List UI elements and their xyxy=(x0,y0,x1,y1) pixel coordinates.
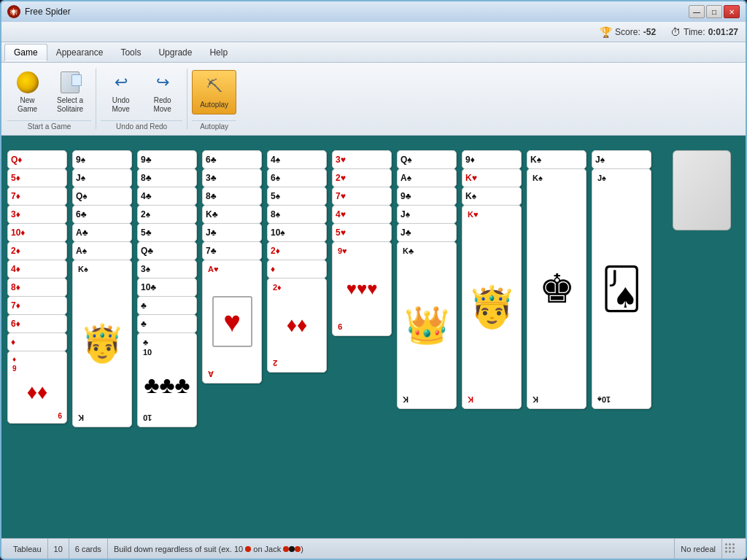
card[interactable]: 8♣ xyxy=(202,187,262,206)
menu-upgrade[interactable]: Upgrade xyxy=(150,44,201,61)
card-king-clubs[interactable]: K♣ 👑 K xyxy=(397,241,457,409)
card[interactable]: 10♦ xyxy=(7,223,67,242)
app-icon: 🕷 xyxy=(7,5,20,18)
card[interactable]: 9♣ xyxy=(137,150,197,169)
card[interactable]: 2♦ xyxy=(7,241,67,260)
card[interactable]: Q♠ xyxy=(72,187,132,206)
card[interactable]: 2♥ xyxy=(332,168,392,187)
card[interactable]: 5♣ xyxy=(137,223,197,242)
card-diamonds[interactable]: 2♦ ♦♦ 2 xyxy=(267,278,327,373)
card[interactable]: 8♦ xyxy=(7,278,67,297)
card[interactable]: 5♠ xyxy=(267,187,327,206)
card[interactable]: 4♣ xyxy=(137,187,197,206)
card[interactable]: Q♣ xyxy=(137,241,197,260)
card-ace-heart[interactable]: A♥ ♥ A xyxy=(202,260,262,384)
minimize-button[interactable]: — xyxy=(689,5,705,18)
autoplay-button[interactable]: ⛏ Autoplay xyxy=(192,70,236,114)
redo-move-button[interactable]: ↪ RedoMove xyxy=(142,66,182,119)
card-face[interactable]: ♦9 ♦♦ 9 xyxy=(7,351,67,424)
card[interactable]: 7♦ xyxy=(7,187,67,206)
column-10: J♠ J♠ 🂫 10♠ xyxy=(592,150,654,538)
card[interactable]: 3♥ xyxy=(332,150,392,169)
card[interactable]: 4♠ xyxy=(267,150,327,169)
card[interactable]: ♣ xyxy=(137,296,197,315)
card[interactable]: ♣ xyxy=(137,314,197,333)
toolbar-group-undo-label: Undo and Redo xyxy=(101,120,182,132)
undo-move-button[interactable]: ↩ UndoMove xyxy=(101,66,141,119)
card[interactable]: A♠ xyxy=(397,168,457,187)
card[interactable]: K♥ xyxy=(462,168,522,187)
card[interactable]: J♠ xyxy=(72,168,132,187)
card[interactable]: Q♠ xyxy=(397,150,457,169)
menu-appearance[interactable]: Appearance xyxy=(47,44,112,61)
card[interactable]: K♠ xyxy=(527,150,587,169)
titlebar: 🕷 Free Spider — □ ✕ xyxy=(1,1,746,22)
new-game-label: NewGame xyxy=(18,96,37,114)
toolbar-group-start-label: Start a Game xyxy=(7,120,91,132)
card[interactable]: 5♥ xyxy=(332,223,392,242)
card[interactable]: 3♦ xyxy=(7,205,67,224)
column-8: 9♦ K♥ K♠ K♥ 🤴 K xyxy=(462,150,524,538)
card[interactable]: 7♦ xyxy=(7,296,67,315)
card[interactable]: 9♦ xyxy=(462,150,522,169)
card[interactable]: 6♦ xyxy=(7,314,67,333)
card[interactable]: 9♣ xyxy=(397,187,457,206)
card[interactable]: 5♦ xyxy=(7,168,67,187)
card[interactable]: 9♠ xyxy=(72,150,132,169)
status-redeal: No redeal xyxy=(675,539,722,559)
window-controls: — □ ✕ xyxy=(689,5,740,18)
card[interactable]: 7♥ xyxy=(332,187,392,206)
card[interactable]: 10♣ xyxy=(137,278,197,297)
menu-help[interactable]: Help xyxy=(201,44,236,61)
menu-game[interactable]: Game xyxy=(4,44,47,61)
card[interactable]: A♠ xyxy=(72,241,132,260)
card-king-hearts-face[interactable]: K♥ 🤴 K xyxy=(462,205,522,409)
card[interactable]: 8♠ xyxy=(267,205,327,224)
card[interactable]: J♠ xyxy=(397,205,457,224)
status-cards: 6 cards xyxy=(69,539,108,559)
card[interactable]: 4♥ xyxy=(332,205,392,224)
card[interactable]: 4♦ xyxy=(7,260,67,279)
maximize-button[interactable]: □ xyxy=(706,5,722,18)
tableau-area: Q♦ 5♦ 7♦ 3♦ 10♦ 2♦ 4♦ 8♦ 7♦ 6♦ ♦ ♦9 ♦♦ 9 xyxy=(7,150,665,538)
card[interactable]: J♣ xyxy=(397,223,457,242)
menu-tools[interactable]: Tools xyxy=(112,44,150,61)
status-tableau-label: Tableau xyxy=(13,545,42,553)
card[interactable]: 3♣ xyxy=(202,168,262,187)
card[interactable]: K♣ xyxy=(202,205,262,224)
card[interactable]: A♣ xyxy=(72,223,132,242)
deck-placeholder[interactable] xyxy=(673,150,731,230)
toolbar-group-start: NewGame Select aSolitaire Start a Game xyxy=(7,66,91,132)
card[interactable]: 10♠ xyxy=(267,223,327,242)
card-nine-hearts[interactable]: 9♥ ♥♥♥ 9 xyxy=(332,241,392,336)
time-label: Time: xyxy=(684,27,705,37)
select-solitaire-button[interactable]: Select aSolitaire xyxy=(49,66,91,119)
titlebar-left: 🕷 Free Spider xyxy=(7,5,71,18)
score-area: 🏆 Score: -52 ⏱ Time: 0:01:27 xyxy=(1,22,746,42)
new-game-icon xyxy=(16,71,39,94)
close-button[interactable]: ✕ xyxy=(724,5,740,18)
card-king-face[interactable]: K♠ 🤴 K xyxy=(72,260,132,427)
card[interactable]: ♦ xyxy=(267,260,327,279)
card[interactable]: 8♣ xyxy=(137,168,197,187)
card[interactable]: 6♣ xyxy=(72,205,132,224)
status-count: 10 xyxy=(48,539,69,559)
card[interactable]: 2♠ xyxy=(137,205,197,224)
card[interactable]: 6♣ xyxy=(202,150,262,169)
card[interactable]: Q♦ xyxy=(7,150,67,169)
card[interactable]: ♦ xyxy=(7,332,67,351)
card[interactable]: J♣ xyxy=(202,223,262,242)
new-game-button[interactable]: NewGame xyxy=(7,66,47,119)
undo-icon: ↩ xyxy=(109,71,133,94)
card-jack-spades-face[interactable]: J♠ 🂫 10♠ xyxy=(592,168,651,409)
card[interactable]: K♠ xyxy=(462,187,522,206)
card[interactable]: 2♦ xyxy=(267,241,327,260)
card[interactable]: J♠ xyxy=(592,150,651,169)
card[interactable]: 7♣ xyxy=(202,241,262,260)
card-king-spades-face[interactable]: K♠ ♚ K xyxy=(527,168,587,409)
main-window: 🕷 Free Spider — □ ✕ 🏆 Score: -52 ⏱ Time:… xyxy=(0,0,747,560)
card[interactable]: 6♠ xyxy=(267,168,327,187)
card[interactable]: 3♠ xyxy=(137,260,197,279)
card-clubs-face[interactable]: ♣10 ♣♣♣ 10 xyxy=(137,332,197,427)
select-solitaire-label: Select aSolitaire xyxy=(57,96,83,114)
